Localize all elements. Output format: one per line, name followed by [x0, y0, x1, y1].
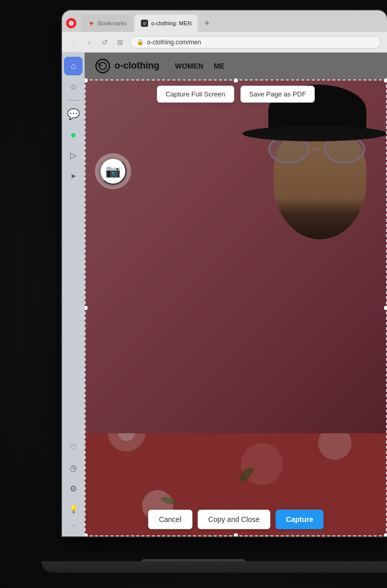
sidebar-item-settings[interactable]: ⚙ — [64, 479, 83, 498]
web-content-area: o-clothing WOMEN ME — [85, 53, 387, 536]
tab-oclothing-label: o-clothing: MEN — [151, 20, 191, 26]
action-bar: Cancel Copy and Close Capture — [85, 502, 387, 536]
camera-icon: 📷 — [105, 164, 121, 178]
refresh-button[interactable]: ↺ — [99, 37, 110, 48]
selection-rectangle[interactable] — [85, 79, 387, 536]
browser-chrome: ♥ Bookmarks ⊙ o-clothing: MEN + ‹ › ↺ ⊞ … — [62, 10, 387, 53]
handle-mid-right[interactable] — [384, 306, 387, 310]
camera-capture-button[interactable]: 📷 — [100, 158, 126, 185]
opera-logo-icon — [66, 18, 76, 28]
sidebar-separator-1 — [67, 100, 79, 101]
tab-bar: ♥ Bookmarks ⊙ o-clothing: MEN + — [62, 10, 387, 32]
handle-mid-left[interactable] — [85, 306, 88, 310]
sidebar-item-whatsapp[interactable]: ● — [64, 125, 83, 144]
browser-sidebar: ⌂ ☆ 💬 ● ▷ ➤ ♡ ◷ ⚙ 💡 ... — [62, 53, 85, 536]
address-bar: ‹ › ↺ ⊞ 🔒 o-clothing.com/men — [62, 32, 387, 53]
back-button[interactable]: ‹ — [68, 37, 79, 48]
tab-bookmarks[interactable]: ♥ Bookmarks — [82, 14, 133, 32]
sidebar-more-dots[interactable]: ... — [70, 520, 76, 528]
tab-oclothing[interactable]: ⊙ o-clothing: MEN — [135, 14, 198, 32]
oclothing-favicon: ⊙ — [141, 20, 148, 27]
laptop-container: ♥ Bookmarks ⊙ o-clothing: MEN + ‹ › ↺ ⊞ … — [0, 0, 387, 588]
tab-bookmarks-label: Bookmarks — [98, 20, 126, 26]
forward-button[interactable]: › — [84, 37, 95, 48]
lock-icon: 🔒 — [137, 39, 144, 45]
sidebar-item-clock[interactable]: ◷ — [64, 459, 83, 477]
capture-button[interactable]: Capture — [276, 510, 324, 529]
sidebar-item-home[interactable]: ⌂ — [64, 57, 83, 75]
capture-full-screen-button[interactable]: Capture Full Screen — [157, 86, 234, 103]
extensions-button[interactable]: ⊞ — [115, 37, 126, 48]
save-page-as-pdf-button[interactable]: Save Page as PDF — [240, 86, 315, 103]
new-tab-button[interactable]: + — [200, 16, 214, 30]
sidebar-item-messenger[interactable]: 💬 — [64, 105, 83, 123]
camera-button-container: 📷 — [95, 153, 131, 189]
browser-content: ⌂ ☆ 💬 ● ▷ ➤ ♡ ◷ ⚙ 💡 ... — [62, 53, 387, 536]
sidebar-item-send[interactable]: ➤ — [64, 167, 83, 185]
camera-glow: 📷 — [95, 153, 131, 189]
url-text: o-clothing.com/men — [147, 39, 201, 46]
cancel-button[interactable]: Cancel — [148, 510, 192, 529]
capture-toolbar: Capture Full Screen Save Page as PDF — [85, 79, 387, 109]
sidebar-item-play[interactable]: ▷ — [64, 146, 83, 165]
sidebar-item-lightbulb[interactable]: 💡 — [64, 500, 83, 518]
sidebar-item-heart[interactable]: ♡ — [64, 438, 83, 456]
laptop-screen: ♥ Bookmarks ⊙ o-clothing: MEN + ‹ › ↺ ⊞ … — [62, 10, 387, 536]
laptop-base — [41, 561, 387, 573]
address-input[interactable]: 🔒 o-clothing.com/men — [130, 36, 381, 48]
copy-and-close-button[interactable]: Copy and Close — [198, 510, 271, 529]
sidebar-item-bookmarks[interactable]: ☆ — [64, 77, 83, 96]
bookmarks-favicon: ♥ — [88, 20, 95, 27]
